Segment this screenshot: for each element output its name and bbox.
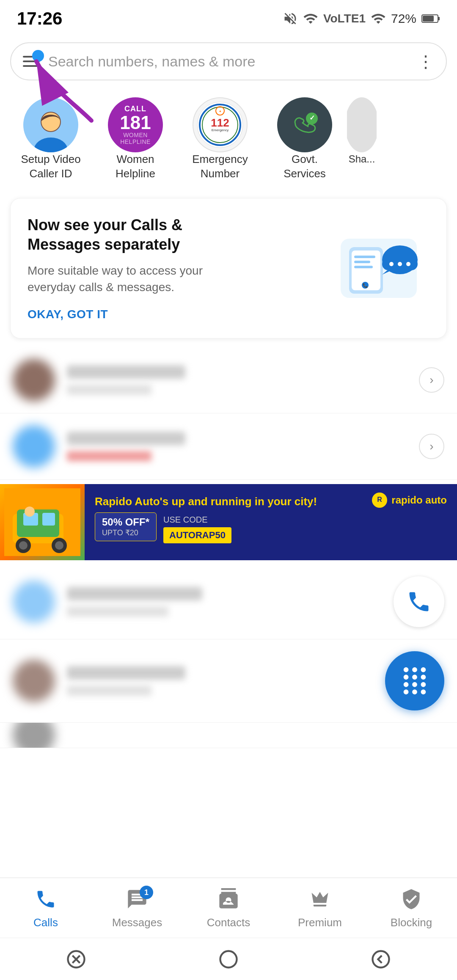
svg-point-38 xyxy=(19,541,28,550)
call-item-1: › xyxy=(0,347,457,413)
call-avatar-1 xyxy=(13,359,55,401)
svg-text:✦: ✦ xyxy=(219,110,222,113)
main-container: Search numbers, names & more ⋮ xyxy=(0,34,457,980)
quick-item-setup-video[interactable]: Setup VideoCaller ID xyxy=(8,97,93,181)
calls-list: › › xyxy=(0,347,457,480)
ad-code: AUTORAP50 xyxy=(163,527,231,543)
quick-access-row: Setup VideoCaller ID CALL 181 WOMENHELPL… xyxy=(0,85,457,190)
call-info-3 xyxy=(67,587,394,617)
chevron-right-icon-2: › xyxy=(429,440,433,453)
quick-item-women-helpline[interactable]: CALL 181 WOMENHELPLINE WomenHelpline xyxy=(93,97,178,181)
banner-description: More suitable way to access youreveryday… xyxy=(28,262,328,295)
call-avatar-5 xyxy=(13,723,55,748)
svg-point-5 xyxy=(34,138,68,152)
search-bar: Search numbers, names & more ⋮ xyxy=(10,42,447,80)
svg-text:112: 112 xyxy=(211,116,229,129)
svg-text:Emergency: Emergency xyxy=(212,128,228,132)
nav-icon-wrapper-calls xyxy=(35,888,57,912)
search-bar-wrapper: Search numbers, names & more ⋮ xyxy=(0,34,457,85)
svg-point-40 xyxy=(55,541,63,550)
premium-icon xyxy=(309,888,331,910)
helpline-icon: CALL 181 WOMENHELPLINE xyxy=(108,97,163,152)
battery-text: 72% xyxy=(391,11,416,26)
svg-point-47 xyxy=(220,951,237,967)
call-avatar-3 xyxy=(13,581,55,623)
call-chevron-1[interactable]: › xyxy=(419,367,444,393)
contacts-icon xyxy=(217,888,240,910)
phone-action-icon-3[interactable] xyxy=(394,576,444,627)
more-options-icon[interactable]: ⋮ xyxy=(417,52,434,71)
ad-upto: UPTO ₹20 xyxy=(102,528,149,537)
mute-icon xyxy=(283,11,298,26)
nav-item-blocking[interactable]: Blocking xyxy=(377,888,445,929)
call-name-blur-2 xyxy=(67,432,185,445)
svg-rect-1 xyxy=(438,17,440,20)
call-item-2: › xyxy=(0,413,457,480)
quick-label-sha: Sha... xyxy=(349,152,375,165)
notification-banner: Now see your Calls &Messages separately … xyxy=(10,198,447,339)
bottom-nav: Calls 1 Messages Contacts Premium xyxy=(0,878,457,938)
banner-title: Now see your Calls &Messages separately xyxy=(28,215,328,255)
quick-label-emergency: EmergencyNumber xyxy=(192,152,248,181)
calls-icon xyxy=(35,888,57,910)
status-bar: 17:26 VoLTE1 72% xyxy=(0,0,457,34)
call-item-3 xyxy=(0,564,457,639)
call-item-5-partial xyxy=(0,723,457,748)
quick-item-govt-services[interactable]: ✓ Govt.Services xyxy=(262,97,347,181)
signal-icon xyxy=(371,11,386,26)
call-detail-blur-3 xyxy=(67,606,168,617)
svg-point-27 xyxy=(398,262,402,266)
wifi-icon xyxy=(303,11,318,26)
svg-rect-21 xyxy=(354,256,375,258)
status-time: 17:26 xyxy=(17,8,62,29)
banner-text-area: Now see your Calls &Messages separately … xyxy=(28,215,328,321)
rapido-logo-icon: R xyxy=(372,493,387,508)
battery-icon xyxy=(421,12,440,25)
nav-label-calls: Calls xyxy=(33,916,58,929)
bottom-spacer xyxy=(0,748,457,854)
nav-label-premium: Premium xyxy=(298,916,342,929)
ad-use-code-label: USE CODE xyxy=(163,515,231,525)
nav-item-calls[interactable]: Calls xyxy=(12,888,80,929)
android-nav-bar xyxy=(0,938,457,980)
chevron-right-icon-1: › xyxy=(429,373,433,387)
messages-badge: 1 xyxy=(140,886,153,899)
nav-item-messages[interactable]: 1 Messages xyxy=(103,888,171,929)
nav-label-blocking: Blocking xyxy=(391,916,432,929)
calls-list-bottom xyxy=(0,564,457,748)
nav-icon-wrapper-messages: 1 xyxy=(126,888,148,912)
svg-point-41 xyxy=(25,507,35,517)
nav-item-contacts[interactable]: Contacts xyxy=(195,888,262,929)
call-info-2 xyxy=(67,432,419,461)
svg-rect-22 xyxy=(354,261,370,263)
call-avatar-2 xyxy=(13,425,55,468)
call-name-blur-3 xyxy=(67,587,202,600)
ad-promo: 50% OFF* UPTO ₹20 xyxy=(95,512,157,541)
call-avatar-4 xyxy=(13,660,55,702)
android-close-button[interactable] xyxy=(59,942,93,976)
android-home-button[interactable] xyxy=(212,942,245,976)
dialpad-fab[interactable] xyxy=(385,651,444,710)
signal-text: VoLTE1 xyxy=(323,12,366,25)
call-name-blur-1 xyxy=(67,365,185,379)
banner-okay-button[interactable]: OKAY, GOT IT xyxy=(28,308,328,321)
rapido-logo: R rapido auto xyxy=(372,493,447,508)
nav-label-messages: Messages xyxy=(112,916,162,929)
call-chevron-2[interactable]: › xyxy=(419,434,444,459)
quick-label-women-helpline: WomenHelpline xyxy=(116,152,155,181)
svg-rect-23 xyxy=(354,266,373,268)
quick-item-emergency[interactable]: 112 Emergency ✦ EmergencyNumber xyxy=(178,97,262,181)
avatar-icon xyxy=(23,97,78,152)
nav-item-premium[interactable]: Premium xyxy=(286,888,354,929)
quick-item-sha[interactable]: Sha... xyxy=(347,97,377,165)
android-back-button[interactable] xyxy=(364,942,398,976)
call-detail-blur-4 xyxy=(67,685,151,696)
svg-text:✓: ✓ xyxy=(309,114,315,121)
search-placeholder[interactable]: Search numbers, names & more xyxy=(48,53,409,70)
svg-rect-2 xyxy=(423,16,434,22)
svg-point-26 xyxy=(389,262,394,266)
ad-discount: 50% OFF* xyxy=(102,516,149,528)
hamburger-container[interactable] xyxy=(23,56,40,67)
svg-point-48 xyxy=(373,951,389,967)
svg-rect-36 xyxy=(42,513,55,526)
